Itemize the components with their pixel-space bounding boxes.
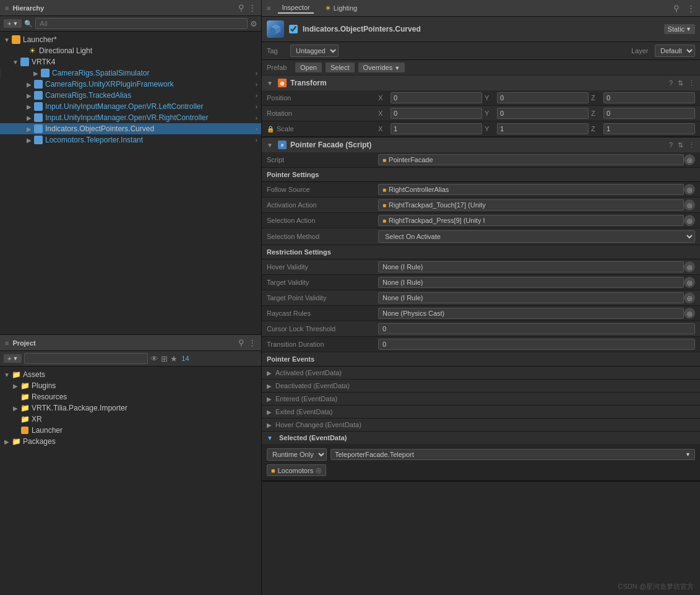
transform-menu-icon[interactable]: ⋮: [688, 79, 695, 87]
pos-x-input[interactable]: [391, 92, 482, 103]
raycast-rules-field: Raycast Rules None (Physics Cast) ◎: [262, 306, 700, 321]
cursor-lock-label: Cursor Lock Threshold: [267, 325, 378, 332]
event-deactivated[interactable]: ▶ Deactivated (EventData): [262, 380, 700, 393]
hierarchy-search-settings-icon[interactable]: ⚙: [250, 20, 257, 28]
hierarchy-menu-icon[interactable]: ⋮: [248, 4, 256, 12]
pos-y-label: Y: [485, 94, 495, 102]
selected-event-header[interactable]: ▼ Selected (EventData): [262, 432, 700, 444]
cursor-lock-input[interactable]: [378, 323, 695, 334]
rot-x-input[interactable]: [391, 108, 482, 119]
event-activated[interactable]: ▶ Activated (EventData): [262, 367, 700, 380]
tree-item-input-right[interactable]: ▶ Input.UnityInputManager.OpenVR.RightCo…: [0, 112, 261, 123]
tree-item-unity-xr[interactable]: ▶ CameraRigs.UnityXRPluginFramework ›: [0, 79, 261, 90]
project-eye-icon[interactable]: 👁: [150, 355, 158, 363]
tree-item-vrtk-package[interactable]: ▶ 📁 VRTK.Tilia.Package.Importer: [0, 402, 261, 414]
transition-duration-input[interactable]: [378, 339, 695, 350]
right-panel: ≡ Inspector ☀ Lighting ⚲ ⋮: [262, 0, 700, 595]
pos-y-input[interactable]: [497, 92, 589, 103]
pointer-settings-header: Pointer Settings: [262, 168, 700, 182]
object-active-checkbox[interactable]: [289, 25, 298, 33]
tree-item-indicators-curved[interactable]: ▶ Indicators.ObjectPointers.Curved ›: [0, 123, 261, 134]
target-validity-circle-button[interactable]: ◎: [684, 277, 695, 288]
project-star-icon[interactable]: ★: [170, 355, 178, 363]
tree-item-packages[interactable]: ▶ 📁 Packages: [0, 436, 261, 447]
tree-label-input-left: Input.UnityInputManager.OpenVR.LeftContr…: [45, 102, 203, 111]
event-exited[interactable]: ▶ Exited (EventData): [262, 406, 700, 419]
tree-label-plugins: Plugins: [32, 381, 56, 390]
tree-item-assets[interactable]: ▼ 📁 Assets: [0, 369, 261, 380]
inspector-pin-icon[interactable]: ⚲: [673, 4, 680, 12]
target-validity-field: Target Validity None (I Rule) ◎: [262, 275, 700, 290]
hover-validity-circle-button[interactable]: ◎: [684, 261, 695, 272]
prefab-label: Prefab: [267, 64, 292, 71]
pos-z-input[interactable]: [603, 92, 695, 103]
transform-help-icon[interactable]: ?: [669, 79, 673, 87]
transform-header[interactable]: ▼ ⊕ Transform ? ⇅ ⋮: [262, 76, 700, 90]
transform-settings-icon[interactable]: ⇅: [678, 79, 683, 87]
hierarchy-search-input[interactable]: [35, 18, 248, 29]
prefab-open-button[interactable]: Open: [295, 63, 322, 72]
script-ref-icon: ■: [382, 157, 386, 163]
tree-label-locomotors: Locomotors.Teleporter.Instant: [45, 136, 143, 144]
runtime-dropdown[interactable]: Runtime Only: [267, 448, 327, 461]
tree-item-locomotors[interactable]: ▶ Locomotors.Teleporter.Instant ›: [0, 134, 261, 145]
tree-item-input-left[interactable]: ▶ Input.UnityInputManager.OpenVR.LeftCon…: [0, 101, 261, 112]
selection-method-dropdown[interactable]: Select On Activate: [378, 230, 695, 243]
script-label: Script: [267, 156, 378, 163]
tree-item-directional-light[interactable]: ☀ Directional Light: [0, 45, 261, 56]
tree-item-vrtk4[interactable]: ▼ VRTK4: [0, 56, 261, 67]
tab-inspector[interactable]: Inspector: [278, 2, 313, 14]
raycast-rules-circle-button[interactable]: ◎: [684, 308, 695, 319]
scale-x-input[interactable]: [391, 123, 482, 134]
static-button[interactable]: Static ▼: [664, 24, 695, 34]
rot-z-input[interactable]: [603, 108, 695, 119]
rot-y-input[interactable]: [497, 108, 589, 119]
chevron-right-spatial: ›: [256, 70, 257, 77]
event-entered[interactable]: ▶ Entered (EventData): [262, 393, 700, 406]
transform-arrow: ▼: [267, 80, 274, 87]
facade-settings-icon[interactable]: ⇅: [678, 141, 683, 149]
layer-dropdown[interactable]: Default: [655, 45, 695, 57]
tree-item-spatial[interactable]: ▶ CameraRigs.SpatialSimulator ›: [0, 67, 261, 79]
tree-item-resources[interactable]: 📁 Resources: [0, 391, 261, 402]
scale-y-input[interactable]: [497, 123, 589, 134]
folder-packages-icon: 📁: [11, 436, 21, 446]
script-circle-button[interactable]: ◎: [684, 154, 695, 165]
project-add-button[interactable]: + ▼: [4, 354, 22, 363]
target-point-validity-circle-button[interactable]: ◎: [684, 292, 695, 303]
facade-menu-icon[interactable]: ⋮: [688, 141, 695, 149]
activation-action-circle-button[interactable]: ◎: [684, 199, 695, 211]
tree-item-launcher[interactable]: ▼ Launcher*: [0, 34, 261, 45]
project-grid-icon[interactable]: ⊞: [161, 355, 168, 363]
facade-help-icon[interactable]: ?: [669, 141, 673, 149]
chevron-right-tracked: ›: [256, 92, 257, 99]
position-label: Position: [267, 94, 378, 102]
selection-action-circle-button[interactable]: ◎: [684, 215, 695, 226]
hierarchy-add-button[interactable]: + ▼: [4, 19, 22, 28]
tree-item-xr[interactable]: 📁 XR: [0, 414, 261, 425]
tag-dropdown[interactable]: Untagged: [290, 45, 339, 57]
hierarchy-pin-icon[interactable]: ⚲: [238, 4, 244, 12]
event-hover-changed[interactable]: ▶ Hover Changed (EventData): [262, 419, 700, 432]
prefab-select-button[interactable]: Select: [326, 63, 355, 72]
tree-label-indicators: Indicators.ObjectPointers.Curved: [45, 124, 154, 133]
project-pin-icon[interactable]: ⚲: [238, 339, 244, 347]
tree-arrow-tracked: ▶: [25, 92, 33, 99]
hierarchy-toolbar: + ▼ 🔍 ⚙: [0, 16, 261, 32]
project-menu-icon[interactable]: ⋮: [248, 339, 256, 347]
tree-item-tracked[interactable]: ▶ CameraRigs.TrackedAlias ›: [0, 90, 261, 101]
project-search-input[interactable]: [24, 353, 148, 364]
inspector-content: Indicators.ObjectPointers.Curved Static …: [262, 17, 700, 595]
tree-item-launcher-asset[interactable]: Launcher: [0, 425, 261, 436]
pointer-facade-header[interactable]: ▼ # Pointer Facade (Script) ? ⇅ ⋮: [262, 137, 700, 152]
scale-z-input[interactable]: [603, 123, 695, 134]
follow-source-circle-button[interactable]: ◎: [684, 184, 695, 195]
prefab-overrides-button[interactable]: Overrides ▼: [358, 63, 405, 72]
tab-lighting[interactable]: ☀ Lighting: [321, 3, 361, 14]
tree-item-plugins[interactable]: ▶ 📁 Plugins: [0, 380, 261, 391]
lighting-icon: ☀: [325, 4, 331, 12]
inspector-menu-icon[interactable]: ⋮: [687, 4, 695, 12]
activation-action-value: RightTrackpad_Touch[17] (Unity: [389, 201, 486, 209]
transform-component: ▼ ⊕ Transform ? ⇅ ⋮: [262, 76, 700, 137]
hierarchy-panel: ≡ Hierarchy ⚲ ⋮ + ▼ 🔍 ⚙ ▼: [0, 0, 261, 335]
